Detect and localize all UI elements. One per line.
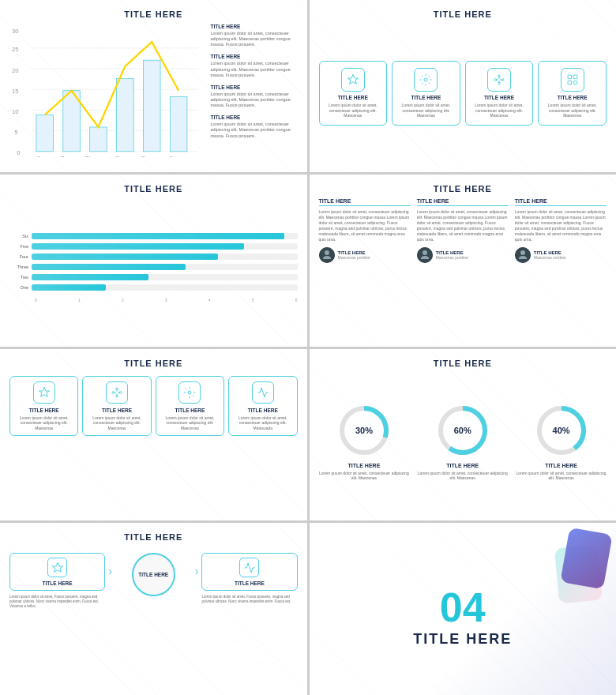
avatar-1: TITLE HERE Maecenas porttitor <box>319 247 411 263</box>
scard-1: TITLE HERE Lorem ipsum dolor sit amet, c… <box>9 376 78 437</box>
slide-8-title: TITLE HERE <box>413 631 512 648</box>
hbar-row-4: Four <box>9 254 298 260</box>
scard-4-icon <box>252 381 274 404</box>
svg-text:5: 5 <box>14 129 17 136</box>
scard-2-icon <box>106 381 128 404</box>
slide-2-title: TITLE HERE <box>434 9 492 19</box>
svg-rect-17 <box>143 60 160 152</box>
svg-rect-16 <box>117 78 134 151</box>
avatar-2: TITLE HERE Maecenas porttitor <box>417 247 509 263</box>
hbar-row-6: Six <box>9 233 298 239</box>
slide-1-title: TITLE HERE <box>124 9 182 19</box>
scard-3-icon <box>178 381 201 404</box>
slide-3-title: TITLE HERE <box>124 184 182 193</box>
donut-1: 30% TITLE HERE Lorem ipsum dolor sit ame… <box>319 403 410 481</box>
svg-point-27 <box>498 75 501 77</box>
card-3-icon <box>487 68 511 92</box>
slide-7-flow: TITLE HERE Lorem ipsum dolor sit amet, F… <box>9 547 298 686</box>
avatar-3: TITLE HERE Maecenas zorttitor <box>515 247 607 263</box>
svg-rect-15 <box>90 127 107 152</box>
slide-6: TITLE HERE 30% TITLE HERE Lorem ipsum do… <box>310 349 617 521</box>
svg-point-46 <box>119 391 122 393</box>
slide-3: TITLE HERE Six Five Four Three Two <box>0 175 307 347</box>
legend-item-2: TITLE HERE Lorem ipsum dolor sit amet, c… <box>211 54 298 77</box>
donut-2: 60% TITLE HERE Lorem ipsum dolor sit ame… <box>417 403 508 481</box>
slide-4-cols: TITLE HERE Lorem ipsum dolor sit amet, c… <box>319 198 607 337</box>
hbar-row-1: One <box>9 284 298 291</box>
svg-rect-18 <box>170 96 187 151</box>
slide-6-donuts: 30% TITLE HERE Lorem ipsum dolor sit ame… <box>319 373 607 512</box>
donut-1-chart: 30% <box>336 403 392 458</box>
card-3: TITLE HERE Lorem ipsum dolor sit amet, c… <box>465 61 534 126</box>
svg-point-28 <box>501 79 504 81</box>
slide-2-cards: TITLE HERE Lorem ipsum dolor sit amet, c… <box>319 24 607 163</box>
card-1-icon <box>341 68 365 92</box>
card-4: TITLE HERE Lorem ipsum dolor sit amet, c… <box>538 61 607 126</box>
donut-3: 40% TITLE HERE Lorem ipsum dolor sit ame… <box>516 403 607 481</box>
process-node-3: TITLE HERE Lorem ipsum dolor sit amet, F… <box>201 553 297 604</box>
svg-point-29 <box>498 82 501 85</box>
legend-item-4: TITLE HERE Lorem ipsum dolor sit amet, c… <box>211 115 298 138</box>
svg-point-39 <box>325 250 329 255</box>
card-4-icon <box>561 68 584 92</box>
slide-2: TITLE HERE TITLE HERE Lorem ipsum dolor … <box>310 0 617 172</box>
svg-point-52 <box>188 391 191 394</box>
svg-rect-34 <box>568 75 572 79</box>
svg-text:Five: Five <box>141 155 152 158</box>
scard-3: TITLE HERE Lorem ipsum dolor sit amet, c… <box>156 376 224 437</box>
slide-1-content: 0 5 10 15 20 25 30 <box>9 24 298 163</box>
svg-point-37 <box>573 81 577 85</box>
svg-text:30: 30 <box>12 28 19 35</box>
svg-point-43 <box>520 250 525 255</box>
svg-rect-13 <box>36 115 54 152</box>
svg-text:Two: Two <box>61 155 72 158</box>
legend-item-1: TITLE HERE Lorem ipsum dolor sit amet, c… <box>211 24 298 47</box>
svg-text:Six: Six <box>169 155 178 158</box>
svg-rect-35 <box>573 75 577 79</box>
slide-5-title: TITLE HERE <box>124 359 182 368</box>
svg-text:0: 0 <box>17 149 20 156</box>
hbar-row-3: Three <box>9 264 298 270</box>
slide-4: TITLE HERE TITLE HERE Lorem ipsum dolor … <box>310 175 617 347</box>
donut-2-chart: 60% <box>435 403 490 458</box>
svg-rect-36 <box>568 81 572 85</box>
slide-1: TITLE HERE 0 5 10 15 20 25 30 <box>0 0 307 172</box>
slide-4-title: TITLE HERE <box>434 184 492 193</box>
scard-1-icon <box>33 381 55 404</box>
svg-text:15: 15 <box>12 88 19 95</box>
hbar-area: Six Five Four Three Two One <box>9 198 298 337</box>
hbar-row-5: Five <box>9 243 298 250</box>
process-node-center: TITLE HERE <box>115 553 192 599</box>
slide-5-cards: TITLE HERE Lorem ipsum dolor sit amet, c… <box>9 373 298 512</box>
col-3: TITLE HERE Lorem ipsum dolor sit amet, c… <box>515 198 607 337</box>
slide-8: 04 TITLE HERE <box>310 523 617 695</box>
col-2: TITLE HERE Lorem ipsum dolor sit amet, c… <box>417 198 509 337</box>
svg-point-44 <box>112 391 115 393</box>
chart-area: 0 5 10 15 20 25 30 <box>9 24 205 163</box>
slide-6-title: TITLE HERE <box>434 359 492 368</box>
process-node-1: TITLE HERE Lorem ipsum dolor sit amet, F… <box>9 553 105 609</box>
svg-text:Four: Four <box>115 155 128 158</box>
svg-text:Three: Three <box>85 155 101 158</box>
scard-2: TITLE HERE Lorem ipsum dolor sit amet, c… <box>82 376 151 437</box>
card-2: TITLE HERE Lorem ipsum dolor sit amet, c… <box>392 61 460 126</box>
svg-point-41 <box>423 250 427 255</box>
svg-point-25 <box>424 78 427 81</box>
legend-item-3: TITLE HERE Lorem ipsum dolor sit amet, c… <box>211 85 298 108</box>
scard-4: TITLE HERE Lorem ipsum dolor sit amet, c… <box>228 376 297 437</box>
svg-point-47 <box>116 395 118 397</box>
svg-text:10: 10 <box>12 108 19 115</box>
chart-legend: TITLE HERE Lorem ipsum dolor sit amet, c… <box>211 24 298 163</box>
deco-card-front <box>560 528 612 589</box>
slide-8-number: 04 <box>413 587 512 628</box>
hbar-row-2: Two <box>9 274 298 280</box>
card-1: TITLE HERE Lorem ipsum dolor sit amet, c… <box>319 61 388 126</box>
svg-text:One: One <box>36 155 48 158</box>
slide-grid: TITLE HERE 0 5 10 15 20 25 30 <box>0 0 616 695</box>
svg-point-45 <box>116 388 118 390</box>
col-1: TITLE HERE Lorem ipsum dolor sit amet, c… <box>319 198 411 337</box>
donut-3-chart: 40% <box>534 403 589 458</box>
svg-text:20: 20 <box>12 67 19 74</box>
svg-text:25: 25 <box>12 46 19 53</box>
slide-7: TITLE HERE TITLE HERE Lorem ipsum dolor … <box>0 523 307 695</box>
